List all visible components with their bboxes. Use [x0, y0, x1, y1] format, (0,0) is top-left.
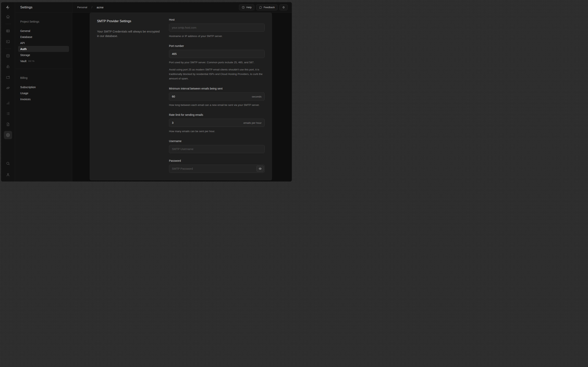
panel-intro: SMTP Provider Settings Your SMTP Credent… — [97, 18, 161, 179]
home-icon[interactable] — [4, 13, 12, 21]
chat-bubble-icon — [259, 6, 262, 9]
main-area: Personal / acme Help Feedback — [72, 2, 292, 182]
interval-field: Minimum interval between emails being se… — [169, 87, 265, 107]
rate-limit-input[interactable] — [169, 119, 265, 127]
settings-sidebar: Settings Project Settings General Databa… — [15, 2, 72, 182]
username-field: Username — [169, 140, 265, 153]
search-icon[interactable] — [4, 159, 12, 167]
port-input[interactable] — [169, 50, 265, 58]
smtp-settings-panel: SMTP Provider Settings Your SMTP Credent… — [90, 13, 272, 180]
username-input[interactable] — [169, 145, 265, 153]
sidebar-item-database[interactable]: Database — [18, 34, 69, 40]
host-helper: Hostname or IP address of your SMTP serv… — [169, 34, 265, 38]
storage-icon[interactable] — [4, 73, 12, 81]
sidebar-item-auth[interactable]: Auth — [18, 46, 69, 52]
app-window: Settings Project Settings General Databa… — [1, 2, 292, 182]
settings-icon[interactable] — [4, 131, 12, 139]
help-circle-icon — [242, 6, 245, 9]
billing-section: Billing Subscription Usage Invoices — [15, 69, 72, 102]
page-title: Settings — [20, 5, 32, 9]
section-heading: Project Settings — [18, 20, 69, 23]
rail-divider — [5, 24, 11, 24]
password-label: Password — [169, 159, 265, 162]
api-docs-icon[interactable] — [4, 120, 12, 128]
user-icon[interactable] — [4, 171, 12, 179]
bell-icon — [282, 6, 285, 9]
sidebar-item-subscription[interactable]: Subscription — [18, 84, 69, 90]
panel-description: Your SMTP Credentials will always be enc… — [97, 29, 161, 38]
sidebar-item-usage[interactable]: Usage — [18, 90, 69, 96]
password-field: Password — [169, 159, 265, 173]
password-input[interactable] — [169, 165, 265, 173]
rail-divider — [5, 49, 11, 49]
eye-icon — [259, 167, 262, 170]
project-settings-section: Project Settings General Database API Au… — [15, 20, 72, 64]
panel-title: SMTP Provider Settings — [97, 19, 161, 23]
port-field: Port number Port used by your SMTP serve… — [169, 44, 265, 81]
interval-helper: How long between each email can a new em… — [169, 103, 265, 107]
content-area: SMTP Provider Settings Your SMTP Credent… — [72, 13, 292, 182]
feedback-button-label: Feedback — [264, 6, 275, 9]
topbar-actions: Help Feedback — [239, 4, 288, 10]
app-logo[interactable] — [1, 2, 15, 13]
host-input[interactable] — [169, 24, 265, 32]
top-bar: Personal / acme Help Feedback — [72, 2, 292, 13]
interval-input[interactable] — [169, 92, 265, 100]
sidebar-item-storage[interactable]: Storage — [18, 52, 69, 58]
sidebar-item-api[interactable]: API — [18, 40, 69, 46]
section-heading: Billing — [18, 76, 69, 79]
rate-limit-field: Rate limit for sending emails emails per… — [169, 113, 265, 133]
beta-badge: BETA — [28, 60, 35, 62]
help-button-label: Help — [246, 6, 252, 9]
breadcrumb-org[interactable]: Personal — [77, 6, 87, 9]
breadcrumb-project[interactable]: acme — [97, 6, 104, 9]
rate-limit-helper: How many emails can be sent per hour. — [169, 129, 265, 133]
sidebar-item-invoices[interactable]: Invoices — [18, 96, 69, 102]
reveal-password-button[interactable] — [257, 166, 264, 172]
reports-icon[interactable] — [4, 99, 12, 107]
port-helper-warning: Avoid using port 25 as modern SMTP email… — [169, 67, 265, 81]
notifications-button[interactable] — [279, 4, 288, 10]
auth-icon[interactable] — [4, 62, 12, 71]
feedback-button[interactable]: Feedback — [256, 4, 277, 10]
database-icon[interactable] — [4, 52, 12, 60]
smtp-form: Host Hostname or IP address of your SMTP… — [169, 18, 265, 179]
interval-label: Minimum interval between emails being se… — [169, 87, 265, 90]
rate-limit-label: Rate limit for sending emails — [169, 113, 265, 116]
supabase-logo-icon — [5, 5, 10, 10]
host-field: Host Hostname or IP address of your SMTP… — [169, 18, 265, 38]
table-editor-icon[interactable] — [4, 27, 12, 35]
desktop: { "rail": { "icons": ["home","table-edit… — [0, 0, 294, 184]
settings-sidebar-header: Settings — [15, 2, 72, 13]
port-helper: Port used by your SMTP server. Common po… — [169, 60, 265, 65]
rail-bottom-group — [4, 159, 12, 179]
sidebar-item-general[interactable]: General — [18, 28, 69, 34]
sidebar-item-vault[interactable]: Vault BETA — [18, 58, 69, 64]
icon-rail — [1, 2, 15, 182]
logs-icon[interactable] — [4, 109, 12, 118]
sidebar-item-label: Vault — [20, 59, 26, 63]
username-label: Username — [169, 140, 265, 143]
help-button[interactable]: Help — [239, 4, 254, 10]
edge-functions-icon[interactable] — [4, 84, 12, 92]
host-label: Host — [169, 18, 265, 21]
port-label: Port number — [169, 44, 265, 48]
sql-editor-icon[interactable] — [4, 38, 12, 46]
breadcrumb-separator: / — [91, 5, 92, 9]
